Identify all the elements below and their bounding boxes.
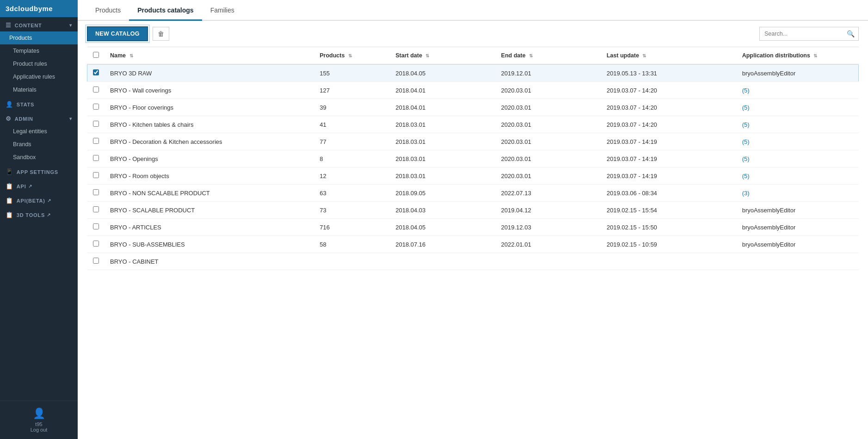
row-checkbox[interactable] <box>93 87 99 93</box>
sidebar-section-stats[interactable]: 👤 STATS <box>0 96 78 111</box>
row-start-date: 2018.03.01 <box>390 167 495 185</box>
row-name: BRYO - Room objects <box>105 167 314 185</box>
app-logo[interactable]: 3dcloudbyme <box>0 0 78 17</box>
search-button[interactable]: 🔍 <box>843 27 858 40</box>
row-name: BRYO - Floor coverings <box>105 99 314 116</box>
sort-icon-start-date: ⇅ <box>425 53 429 58</box>
header-start-date[interactable]: Start date ⇅ <box>390 47 495 65</box>
row-last-update: 2019.03.07 - 14:20 <box>601 82 737 99</box>
row-start-date: 2018.09.05 <box>390 185 495 202</box>
row-end-date: 2022.01.01 <box>496 236 601 253</box>
row-last-update: 2019.03.07 - 14:19 <box>601 167 737 185</box>
table-row: BRYO - SUB-ASSEMBLIES 58 2018.07.16 2022… <box>87 236 859 253</box>
sidebar-section-app-settings[interactable]: 📱 APP SETTINGS <box>0 164 78 178</box>
row-products: 73 <box>314 202 390 219</box>
select-all-checkbox[interactable] <box>93 52 99 58</box>
row-products: 12 <box>314 167 390 185</box>
row-start-date: 2018.03.01 <box>390 133 495 150</box>
content-icon: ☰ <box>6 22 12 29</box>
row-products: 127 <box>314 82 390 99</box>
row-products: 716 <box>314 219 390 236</box>
sidebar-item-products[interactable]: Products <box>0 31 78 44</box>
row-products: 77 <box>314 133 390 150</box>
sidebar-section-api-label: API <box>17 184 26 189</box>
sidebar-item-applicative-rules[interactable]: Applicative rules <box>0 70 78 83</box>
row-end-date: 2019.12.01 <box>496 64 601 82</box>
sidebar-item-sandbox[interactable]: Sandbox <box>0 151 78 164</box>
row-start-date: 2018.04.01 <box>390 99 495 116</box>
row-checkbox[interactable] <box>93 241 99 247</box>
sidebar-section-api[interactable]: 📋 API ↗ <box>0 178 78 192</box>
row-checkbox[interactable] <box>93 138 99 144</box>
row-checkbox[interactable] <box>93 172 99 178</box>
row-last-update: 2019.03.07 - 14:19 <box>601 150 737 167</box>
row-products: 41 <box>314 116 390 133</box>
header-products[interactable]: Products ⇅ <box>314 47 390 65</box>
row-last-update: 2019.03.07 - 14:19 <box>601 133 737 150</box>
row-checkbox[interactable] <box>93 155 99 161</box>
row-app-distributions: bryoAssemblyEditor <box>737 202 859 219</box>
row-checkbox-cell <box>87 99 105 116</box>
chevron-down-icon: ▾ <box>69 23 72 28</box>
row-end-date <box>496 253 601 270</box>
sort-icon-app-dist: ⇅ <box>813 53 817 58</box>
logout-button[interactable]: Log out <box>31 427 48 433</box>
header-end-date-label: End date <box>501 52 526 59</box>
row-last-update: 2019.02.15 - 15:54 <box>601 202 737 219</box>
3d-tools-icon: 📋 <box>6 211 13 218</box>
row-checkbox[interactable] <box>93 189 99 195</box>
tab-families[interactable]: Families <box>202 0 243 21</box>
row-name: BRYO - SUB-ASSEMBLIES <box>105 236 314 253</box>
admin-icon: ⚙ <box>6 115 12 122</box>
toolbar: NEW CATALOG 🗑 🔍 <box>78 21 868 47</box>
delete-button[interactable]: 🗑 <box>153 27 169 41</box>
header-last-update[interactable]: Last update ⇅ <box>601 47 737 65</box>
search-wrapper: 🔍 <box>759 27 859 41</box>
row-end-date: 2020.03.01 <box>496 167 601 185</box>
tab-products[interactable]: Products <box>87 0 129 21</box>
row-start-date: 2018.04.03 <box>390 202 495 219</box>
sidebar-item-materials[interactable]: Materials <box>0 83 78 96</box>
sidebar-section-api-beta[interactable]: 📋 API(BETA) ↗ <box>0 192 78 207</box>
row-products <box>314 253 390 270</box>
header-name-label: Name <box>110 52 126 59</box>
row-app-distributions[interactable]: (5) <box>737 133 859 150</box>
row-app-distributions[interactable]: (5) <box>737 116 859 133</box>
row-name: BRYO - SCALABLE PRODUCT <box>105 202 314 219</box>
row-checkbox[interactable] <box>93 69 99 75</box>
header-name[interactable]: Name ⇅ <box>105 47 314 65</box>
sidebar-section-3d-tools[interactable]: 📋 3D TOOLS ↗ <box>0 207 78 221</box>
sidebar-section-content[interactable]: ☰ CONTENT ▾ <box>0 17 78 31</box>
header-app-distributions-label: Application distributions <box>742 52 810 59</box>
row-name: BRYO - NON SCALABLE PRODUCT <box>105 185 314 202</box>
sidebar-item-brands[interactable]: Brands <box>0 138 78 151</box>
header-end-date[interactable]: End date ⇅ <box>496 47 601 65</box>
row-app-distributions[interactable]: (5) <box>737 82 859 99</box>
sort-icon-name: ⇅ <box>129 53 133 58</box>
table-row: BRYO - CABINET <box>87 253 859 270</box>
search-input[interactable] <box>760 28 843 40</box>
sidebar-item-templates[interactable]: Templates <box>0 44 78 57</box>
row-app-distributions[interactable]: (5) <box>737 99 859 116</box>
row-checkbox[interactable] <box>93 258 99 264</box>
row-checkbox[interactable] <box>93 223 99 229</box>
row-products: 155 <box>314 64 390 82</box>
row-checkbox-cell <box>87 202 105 219</box>
row-app-distributions[interactable]: (5) <box>737 167 859 185</box>
user-avatar-icon: 👤 <box>6 408 72 420</box>
sidebar-item-product-rules[interactable]: Product rules <box>0 57 78 70</box>
sidebar-item-legal-entities[interactable]: Legal entities <box>0 125 78 138</box>
row-app-distributions[interactable]: (3) <box>737 185 859 202</box>
row-checkbox[interactable] <box>93 104 99 110</box>
row-checkbox[interactable] <box>93 206 99 212</box>
new-catalog-button[interactable]: NEW CATALOG <box>87 26 148 41</box>
app-settings-icon: 📱 <box>6 168 13 175</box>
header-app-distributions[interactable]: Application distributions ⇅ <box>737 47 859 65</box>
tab-products-catalogs[interactable]: Products catalogs <box>129 0 202 21</box>
row-end-date: 2019.04.12 <box>496 202 601 219</box>
row-checkbox[interactable] <box>93 121 99 127</box>
row-name: BRYO - ARTICLES <box>105 219 314 236</box>
row-checkbox-cell <box>87 185 105 202</box>
sidebar-section-admin[interactable]: ⚙ ADMIN ▾ <box>0 111 78 125</box>
row-app-distributions[interactable]: (5) <box>737 150 859 167</box>
